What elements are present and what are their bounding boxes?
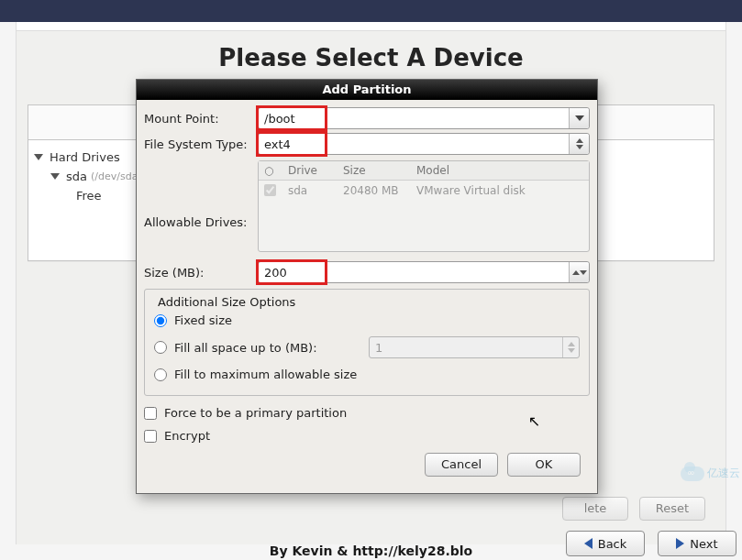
allowable-drives-list[interactable]: ○ Drive Size Model sda 20480 MB VMware V…: [258, 160, 590, 252]
size-input[interactable]: 200: [258, 261, 590, 283]
mount-point-value: /boot: [264, 112, 295, 126]
drive-name: sda: [288, 184, 343, 199]
fs-type-combo[interactable]: ext4: [258, 133, 590, 155]
radio-input[interactable]: [154, 368, 167, 381]
col-model: Model: [416, 164, 583, 177]
checkbox-label: Encrypt: [164, 429, 210, 443]
drives-header: ○ Drive Size Model: [259, 161, 589, 181]
mount-point-combo[interactable]: /boot: [258, 107, 590, 129]
chevron-down-icon[interactable]: [569, 108, 589, 128]
arrow-left-icon: [584, 538, 592, 549]
fieldset-legend: Additional Size Options: [154, 295, 299, 309]
watermark-logo: 亿速云: [681, 466, 740, 481]
top-spacer: [16, 22, 726, 31]
tree-label: Free: [76, 189, 102, 203]
radio-fill-up-to[interactable]: Fill all space up to (MB): 1: [154, 332, 580, 363]
cloud-icon: [681, 467, 704, 481]
drive-checkbox[interactable]: [264, 184, 288, 199]
mount-point-label: Mount Point:: [144, 112, 252, 126]
fs-type-label: File System Type:: [144, 137, 252, 151]
size-value: 200: [264, 266, 287, 280]
add-partition-dialog: Add Partition Mount Point: /boot File Sy…: [136, 79, 598, 494]
window-top-bar: [0, 0, 742, 22]
expander-icon[interactable]: [34, 154, 43, 160]
col-drive: Drive: [288, 164, 343, 177]
allowable-drives-label: Allowable Drives:: [144, 215, 258, 229]
fs-type-value: ext4: [264, 137, 291, 151]
col-size: Size: [343, 164, 416, 177]
back-label: Back: [598, 537, 627, 551]
delete-button[interactable]: lete: [562, 497, 628, 521]
tree-label: sda: [66, 170, 87, 183]
fill-up-to-value: 1: [375, 341, 382, 355]
check-encrypt[interactable]: Encrypt: [144, 424, 590, 447]
fill-up-to-spinner: 1: [369, 336, 580, 358]
dialog-buttons: Cancel OK: [144, 447, 590, 486]
dialog-form: Mount Point: /boot File System Type: ext…: [137, 100, 597, 493]
ok-button[interactable]: OK: [507, 453, 581, 477]
size-label: Size (MB):: [144, 266, 252, 280]
spinner-arrows-icon[interactable]: [569, 262, 589, 282]
radio-fill-max[interactable]: Fill to maximum allowable size: [154, 363, 580, 386]
wizard-nav: Back Next: [566, 531, 736, 556]
back-button[interactable]: Back: [566, 531, 645, 556]
page-title: Please Select A Device: [32, 31, 710, 71]
bg-action-buttons: lete Reset: [562, 497, 705, 521]
reset-button[interactable]: Reset: [639, 497, 705, 521]
radio-label: Fill to maximum allowable size: [174, 368, 357, 381]
col-select: ○: [264, 164, 288, 177]
checkbox-input[interactable]: [144, 407, 157, 420]
radio-input[interactable]: [154, 314, 167, 327]
radio-input[interactable]: [154, 341, 167, 354]
arrow-right-icon: [676, 538, 684, 549]
spinner-arrows-icon: [562, 337, 579, 357]
checkbox-label: Force to be a primary partition: [164, 406, 347, 420]
dialog-title[interactable]: Add Partition: [137, 80, 597, 100]
updown-icon[interactable]: [569, 134, 589, 154]
checkbox-input[interactable]: [144, 430, 157, 443]
tree-devpath: (/dev/sda): [91, 170, 142, 182]
logo-text: 亿速云: [707, 466, 740, 481]
expander-icon[interactable]: [50, 173, 60, 180]
attribution-text: By Kevin & http://kely28.blo: [270, 544, 472, 558]
radio-fixed-size[interactable]: Fixed size: [154, 309, 580, 332]
cancel-button[interactable]: Cancel: [425, 453, 498, 477]
additional-size-options: Additional Size Options Fixed size Fill …: [144, 289, 590, 396]
next-label: Next: [690, 537, 717, 551]
drive-size: 20480 MB: [343, 184, 416, 199]
tree-label: Hard Drives: [50, 150, 120, 164]
check-force-primary[interactable]: Force to be a primary partition: [144, 401, 590, 424]
radio-label: Fixed size: [174, 313, 232, 327]
next-button[interactable]: Next: [658, 531, 736, 556]
drive-model: VMware Virtual disk: [416, 184, 583, 199]
drive-row[interactable]: sda 20480 MB VMware Virtual disk: [259, 181, 589, 203]
radio-label: Fill all space up to (MB):: [174, 341, 317, 355]
